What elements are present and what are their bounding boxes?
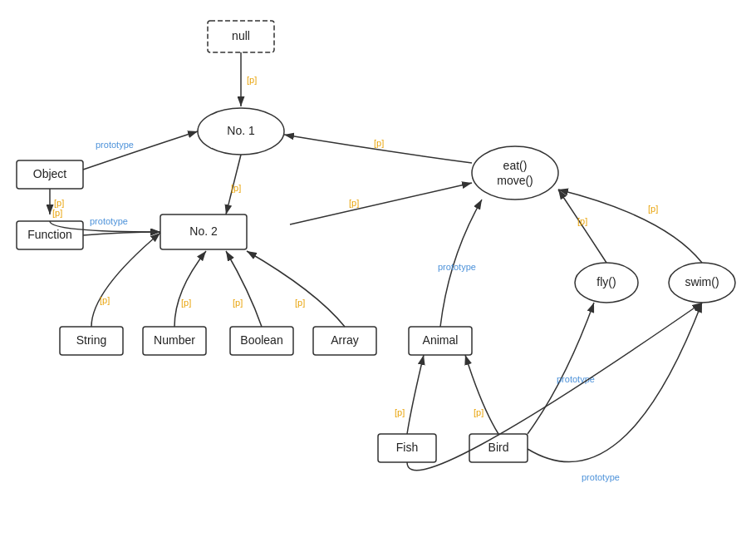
object-prototype-label: prototype xyxy=(96,140,134,150)
object-label: Object xyxy=(33,167,67,180)
eatmove-no1-p-label: [p] xyxy=(374,138,384,148)
function-label: Function xyxy=(27,228,72,241)
swim-p-label: [p] xyxy=(648,204,658,214)
no2-label: No. 2 xyxy=(189,224,218,238)
animal-label: Animal xyxy=(423,333,459,347)
function-prototype-label: prototype xyxy=(90,216,128,226)
string-p-label: [p] xyxy=(100,295,110,305)
object-to-no1-arrow xyxy=(83,131,198,170)
move-label: move() xyxy=(497,174,533,187)
fish-label: Fish xyxy=(396,441,418,454)
no1-label: No. 1 xyxy=(227,124,255,137)
number-p-label: [p] xyxy=(181,298,191,308)
eat-label: eat() xyxy=(503,159,528,172)
string-label: String xyxy=(76,333,107,347)
string-to-no2-arrow xyxy=(91,233,160,327)
function-to-no2-arrow xyxy=(83,232,160,235)
prototype-chain-diagram: null No. 1 No. 2 Object Function String … xyxy=(0,0,756,557)
bird-p-label: [p] xyxy=(474,407,484,417)
swim-label: swim() xyxy=(685,275,719,288)
no1-to-no2-label: [p] xyxy=(231,183,241,193)
number-label: Number xyxy=(154,333,195,347)
boolean-p-label: [p] xyxy=(233,298,243,308)
bird-to-fly-arrow xyxy=(528,303,594,434)
null-label: null xyxy=(232,29,250,42)
fly-label: fly() xyxy=(596,275,616,288)
bird-label: Bird xyxy=(488,441,509,454)
function-p-label: [p] xyxy=(52,208,62,218)
number-to-no2-arrow xyxy=(174,251,206,327)
swim-to-eatmove-arrow xyxy=(558,190,702,263)
fly-to-eatmove-arrow xyxy=(558,190,606,263)
bird-to-animal-arrow xyxy=(465,355,498,434)
no2-eatmove-p-label: [p] xyxy=(349,198,359,208)
fish-p-label: [p] xyxy=(395,407,405,417)
array-label: Array xyxy=(331,333,358,347)
animal-prototype-label: prototype xyxy=(438,262,476,272)
fly-p-label: [p] xyxy=(577,216,587,226)
array-p-label: [p] xyxy=(295,298,305,308)
no2-to-eatmove-arrow xyxy=(290,183,472,224)
null-to-no1-label: [p] xyxy=(247,75,257,85)
boolean-label: Boolean xyxy=(240,333,282,347)
object-p-label: [p] xyxy=(54,198,64,208)
bird-swim-prototype-label: prototype xyxy=(582,472,620,482)
bird-to-swim-curve-arrow xyxy=(528,303,702,462)
fish-to-animal-arrow xyxy=(407,355,424,434)
boolean-to-no2-arrow xyxy=(226,251,262,327)
array-to-no2-arrow xyxy=(247,251,345,327)
